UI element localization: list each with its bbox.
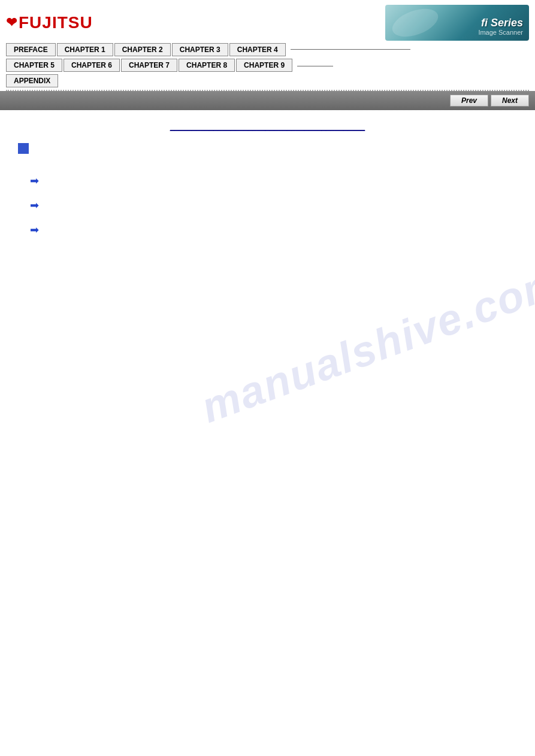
content-inner: ________________________________________…	[18, 122, 517, 236]
top-link[interactable]: ________________________________________…	[18, 122, 517, 131]
tab-chapter2[interactable]: CHAPTER 2	[114, 43, 171, 56]
side-line-1	[291, 49, 410, 50]
arrow-icon-3: ➡	[30, 223, 39, 236]
arrow-item-1: ➡	[30, 174, 517, 187]
fi-series-text: fi Series	[481, 17, 523, 29]
toolbar: Prev Next	[0, 91, 535, 110]
side-lines-2	[297, 59, 333, 73]
arrow-icon-2: ➡	[30, 199, 39, 212]
top-link-text: ________________________________________…	[170, 122, 365, 131]
tab-chapter5[interactable]: CHAPTER 5	[6, 59, 62, 72]
logo-text: FUJITSU	[19, 13, 93, 32]
header-banner: fi Series Image Scanner	[385, 5, 529, 41]
tab-appendix[interactable]: APPENDIX	[6, 74, 58, 87]
tab-chapter3[interactable]: CHAPTER 3	[172, 43, 228, 56]
main-content: manualshive.com ________________________…	[0, 110, 535, 259]
nav-row-3: APPENDIX	[6, 74, 529, 89]
nav-row-1: PREFACE CHAPTER 1 CHAPTER 2 CHAPTER 3 CH…	[6, 43, 529, 57]
arrow-icon-1: ➡	[30, 174, 39, 187]
arrow-item-2: ➡	[30, 198, 517, 212]
tab-chapter1[interactable]: CHAPTER 1	[57, 43, 113, 56]
side-line-2	[297, 66, 333, 66]
tab-chapter9[interactable]: CHAPTER 9	[236, 59, 292, 72]
tab-chapter4[interactable]: CHAPTER 4	[229, 43, 286, 56]
prev-button[interactable]: Prev	[450, 95, 488, 107]
page-header: ❤ FUJITSU fi Series Image Scanner	[0, 0, 535, 43]
side-lines-1	[291, 43, 410, 57]
tab-chapter8[interactable]: CHAPTER 8	[179, 59, 235, 72]
tab-preface[interactable]: PREFACE	[6, 43, 56, 56]
tab-chapter6[interactable]: CHAPTER 6	[64, 59, 120, 72]
navigation: PREFACE CHAPTER 1 CHAPTER 2 CHAPTER 3 CH…	[0, 43, 535, 89]
fi-series-sub: Image Scanner	[478, 29, 523, 36]
nav-row-2: CHAPTER 5 CHAPTER 6 CHAPTER 7 CHAPTER 8 …	[6, 59, 529, 73]
section-icon	[18, 143, 29, 154]
tab-chapter7[interactable]: CHAPTER 7	[121, 59, 177, 72]
logo-area: ❤ FUJITSU	[6, 13, 93, 32]
logo-icon: ❤	[6, 15, 17, 31]
fujitsu-logo: ❤ FUJITSU	[6, 13, 93, 32]
arrow-item-3: ➡	[30, 223, 517, 236]
next-button[interactable]: Next	[491, 95, 529, 107]
watermark: manualshive.com	[195, 256, 535, 432]
